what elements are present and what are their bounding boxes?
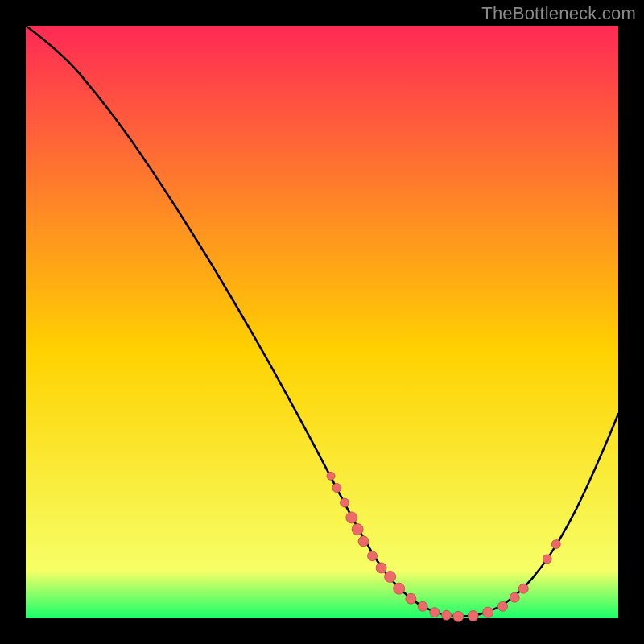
curve-marker [518,584,528,593]
curve-marker [376,563,386,573]
curve-marker [332,484,341,493]
curve-marker [551,540,560,549]
curve-marker [468,611,478,621]
chart-svg [0,0,644,644]
curve-marker [340,498,349,507]
curve-marker [453,611,464,621]
curve-marker [406,593,416,604]
curve-marker [352,524,363,535]
curve-marker [346,512,357,523]
curve-marker [543,555,551,564]
curve-marker [358,536,369,547]
curve-marker [327,472,335,480]
curve-marker [418,601,427,611]
curve-marker [368,551,378,561]
curve-marker [483,607,493,617]
curve-marker [394,583,405,594]
curve-marker [385,571,396,582]
curve-marker [510,592,519,602]
plot-background [26,26,618,618]
curve-marker [442,610,452,620]
chart-frame: { "attribution": "TheBottleneck.com", "c… [0,0,644,644]
curve-marker [497,601,507,611]
curve-marker [430,608,440,617]
